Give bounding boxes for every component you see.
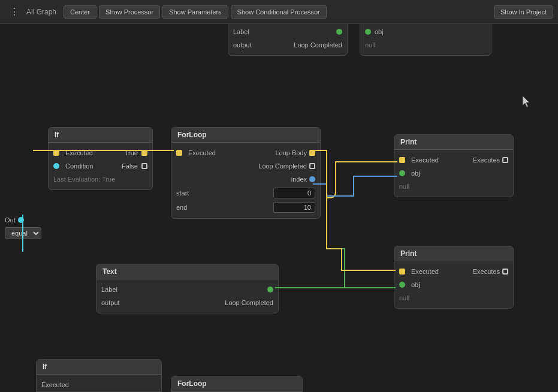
label-row: Label <box>228 25 347 38</box>
print-bottom-null-row: null <box>394 291 513 304</box>
partial-left-node: Out equal <box>0 215 46 241</box>
if-false-label: False <box>122 162 138 170</box>
partial-forloop-bottom-header: ForLoop <box>171 376 302 391</box>
forloop-executed-label: Executed <box>188 149 216 156</box>
cursor <box>523 96 530 103</box>
show-parameters-button[interactable]: Show Parameters <box>162 5 228 19</box>
if-node-header: If <box>49 128 152 143</box>
obj-port[interactable] <box>365 29 371 35</box>
text-header: Text <box>96 264 278 279</box>
print-top-header: Print <box>394 135 513 150</box>
print-bottom-obj-label: obj <box>411 281 420 288</box>
text-output-value: Loop Completed <box>225 299 273 306</box>
if-executed-in-port[interactable] <box>53 150 59 156</box>
print-top-node: Print Executed Executes obj null <box>394 134 514 197</box>
if-false-port[interactable] <box>141 163 147 169</box>
text-output-row: output Loop Completed <box>96 296 278 309</box>
null-row: null <box>360 38 491 52</box>
partial-if-bottom-header: If <box>37 360 161 375</box>
print-top-executed-label: Executed <box>411 156 439 164</box>
output-row: output Loop Completed <box>228 38 347 52</box>
if-last-eval-row: Last Evaluation: True <box>49 173 152 186</box>
if-true-port[interactable] <box>141 150 147 156</box>
show-processor-button[interactable]: Show Processor <box>99 5 160 19</box>
print-bottom-header: Print <box>394 246 513 261</box>
print-top-null-label: null <box>399 183 409 190</box>
forloop-end-label: end <box>176 204 187 211</box>
print-top-executes-label: Executes <box>473 156 500 164</box>
print-bottom-obj-row: obj <box>394 278 513 291</box>
print-top-executes-port[interactable] <box>502 157 508 163</box>
graph-canvas[interactable]: Label output Loop Completed obj null If <box>0 24 558 392</box>
if-executed-label: Executed <box>65 149 93 156</box>
text-label-port[interactable] <box>267 287 273 293</box>
toolbar: ⋮ All Graph Center Show Processor Show P… <box>0 0 558 24</box>
print-bottom-executes-label: Executes <box>473 268 500 275</box>
forloop-index-port[interactable] <box>309 176 315 182</box>
forloop-loop-completed-label: Loop Completed <box>258 162 307 170</box>
print-top-obj-row: obj <box>394 167 513 180</box>
forloop-node: ForLoop Executed Loop Body Loop Complete… <box>171 127 321 219</box>
forloop-index-row: index <box>171 173 320 186</box>
partial-if-bottom: If Executed <box>36 359 162 392</box>
forloop-end-row: end <box>171 200 320 215</box>
label-port[interactable] <box>336 29 342 35</box>
out-port[interactable] <box>18 217 24 223</box>
print-top-obj-label: obj <box>411 170 420 177</box>
print-top-executed-in-port[interactable] <box>399 157 405 163</box>
show-conditional-processor-button[interactable]: Show Conditional Processor <box>231 5 327 19</box>
equal-select[interactable]: equal <box>5 227 41 239</box>
obj-row: obj <box>360 25 491 38</box>
if-condition-row: Condition False <box>49 159 152 173</box>
print-bottom-executed-label: Executed <box>411 268 439 275</box>
print-bottom-null-label: null <box>399 294 409 301</box>
forloop-start-input[interactable] <box>273 188 315 198</box>
forloop-executed-in-port[interactable] <box>176 150 182 156</box>
if-true-label: True <box>125 149 138 156</box>
print-top-null-row: null <box>394 180 513 193</box>
out-label: Out <box>5 216 16 224</box>
if-condition-port[interactable] <box>53 163 59 169</box>
text-node: Text Label output Loop Completed <box>96 264 279 313</box>
forloop-executed-row: Executed Loop Body <box>171 146 320 159</box>
forloop-loop-completed-port[interactable] <box>309 163 315 169</box>
print-bottom-node: Print Executed Executes obj null <box>394 246 514 309</box>
forloop-start-row: start <box>171 186 320 200</box>
forloop-start-label: start <box>176 189 189 197</box>
output-label: output <box>233 41 252 49</box>
text-label-label: Label <box>101 286 117 293</box>
show-in-project-button[interactable]: Show In Project <box>494 5 553 19</box>
partial-top-right2-node: obj null <box>360 24 491 56</box>
forloop-loop-body-port[interactable] <box>309 150 315 156</box>
partial-top-right-node: Label output Loop Completed <box>228 24 348 56</box>
label-label: Label <box>233 28 249 35</box>
forloop-loop-completed-row: Loop Completed <box>171 159 320 173</box>
if-last-eval-label: Last Evaluation: True <box>53 176 115 183</box>
text-output-label: output <box>101 299 120 306</box>
print-top-executed-row: Executed Executes <box>394 153 513 167</box>
forloop-index-label: index <box>291 176 307 183</box>
text-label-row: Label <box>96 283 278 296</box>
center-button[interactable]: Center <box>64 5 96 19</box>
forloop-loop-body-label: Loop Body <box>275 149 307 156</box>
print-bottom-executed-row: Executed Executes <box>394 265 513 278</box>
partial-forloop-bottom: ForLoop <box>171 376 303 392</box>
if-node: If Executed True Condition False <box>48 127 153 190</box>
print-bottom-executed-in-port[interactable] <box>399 269 405 275</box>
forloop-end-input[interactable] <box>273 202 315 213</box>
toolbar-title: All Graph <box>26 8 56 16</box>
print-bottom-executes-port[interactable] <box>502 269 508 275</box>
if-condition-label: Condition <box>65 162 93 170</box>
partial-if-bottom-row: Executed <box>37 378 161 391</box>
print-bottom-obj-port[interactable] <box>399 282 405 288</box>
output-value: Loop Completed <box>294 41 342 49</box>
obj-label: obj <box>375 28 384 35</box>
menu-icon[interactable]: ⋮ <box>5 6 24 17</box>
forloop-header: ForLoop <box>171 128 320 143</box>
print-top-obj-port[interactable] <box>399 170 405 176</box>
null-label: null <box>365 41 375 49</box>
if-executed-row: Executed True <box>49 146 152 159</box>
partial-if-executed-label: Executed <box>41 381 69 388</box>
